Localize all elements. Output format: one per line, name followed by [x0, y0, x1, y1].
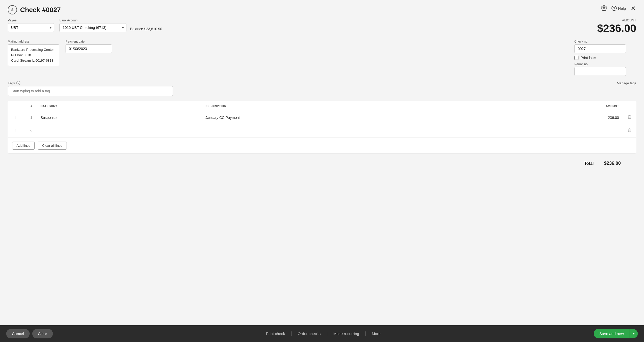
payment-date-group: Payment date [66, 40, 112, 53]
add-lines-button[interactable]: Add lines [12, 142, 35, 150]
mailing-address-line3: Carol Stream IL 60197-6818 [11, 58, 56, 63]
bank-account-group: Bank Account 1010 UBT Checking (6713) ▾ … [59, 19, 162, 32]
page-title: Check #0027 [20, 6, 61, 14]
table-actions: Add lines Clear all lines [8, 138, 636, 153]
settings-icon[interactable] [601, 5, 607, 11]
description-cell-2[interactable] [201, 124, 482, 138]
clear-button[interactable]: Clear [32, 329, 53, 338]
description-value-1: January CC Payment [205, 116, 240, 120]
amount-display: AMOUNT $236.00 [597, 19, 636, 35]
tags-section: Tags ? Manage tags [8, 81, 636, 96]
category-value-1: Suspense [41, 116, 57, 120]
balance-display: Balance $23,810.90 [130, 24, 162, 31]
balance-value: $23,810.90 [144, 27, 162, 31]
permit-no-input[interactable] [574, 67, 626, 76]
payee-select[interactable]: UBT [8, 23, 54, 32]
bank-account-select[interactable]: 1010 UBT Checking (6713) [59, 23, 126, 32]
payment-date-input[interactable] [66, 44, 112, 53]
bank-account-select-wrapper: 1010 UBT Checking (6713) ▾ [59, 23, 126, 32]
check-no-input[interactable] [574, 44, 626, 53]
save-and-new-button[interactable]: Save and new [594, 329, 630, 338]
amount-value: $236.00 [597, 22, 636, 35]
th-drag [8, 101, 21, 111]
bottom-left-actions: Cancel Clear [6, 329, 53, 338]
cancel-button[interactable]: Cancel [6, 329, 30, 338]
category-cell-2[interactable] [36, 124, 201, 138]
order-checks-button[interactable]: Order checks [292, 331, 327, 336]
svg-point-2 [603, 7, 605, 9]
close-button[interactable] [630, 5, 636, 11]
more-button[interactable]: More [366, 331, 387, 336]
payee-select-wrapper: UBT ▾ [8, 23, 54, 32]
clear-all-lines-button[interactable]: Clear all lines [38, 142, 67, 150]
total-label: Total [584, 161, 594, 166]
manage-tags-link[interactable]: Manage tags [617, 81, 636, 85]
drag-handle-2[interactable]: ⠿ [8, 124, 21, 138]
delete-cell-1 [623, 111, 636, 124]
payee-group: Payee UBT ▾ [8, 19, 54, 32]
check-no-label: Check no. [574, 40, 636, 43]
print-later-row: Print later [574, 56, 636, 60]
tags-help-icon[interactable]: ? [16, 81, 20, 85]
table-row: ⠿ 1 Suspense January CC Payment 236.00 [8, 111, 636, 124]
balance-label: Balance [130, 27, 143, 31]
table-row: ⠿ 2 [8, 124, 636, 138]
tags-label: Tags [8, 81, 15, 85]
category-cell-1[interactable]: Suspense [36, 111, 201, 124]
delete-cell-2 [623, 124, 636, 138]
permit-no-group: Permit no. [574, 62, 636, 76]
th-category: CATEGORY [36, 101, 201, 111]
check-no-group: Check no. [574, 40, 636, 53]
delete-row-1-button[interactable] [627, 115, 632, 120]
mailing-address-label: Mailing address [8, 40, 59, 43]
payment-date-label: Payment date [66, 40, 112, 43]
amount-value-1: 236.00 [608, 116, 619, 120]
row-number-2: 2 [21, 124, 36, 138]
check-section: Check no. Print later Permit no. [574, 40, 636, 76]
bank-account-label: Bank Account [59, 19, 162, 22]
mailing-address-group: Mailing address Bankcard Processing Cent… [8, 40, 59, 66]
amount-cell-2[interactable] [482, 124, 623, 138]
print-check-button[interactable]: Print check [260, 331, 291, 336]
amount-cell-1[interactable]: 236.00 [482, 111, 623, 124]
line-items-table-section: # CATEGORY DESCRIPTION AMOUNT ⠿ 1 Suspen… [8, 101, 636, 153]
th-number: # [21, 101, 36, 111]
line-items-table: # CATEGORY DESCRIPTION AMOUNT ⠿ 1 Suspen… [8, 101, 636, 138]
payee-label: Payee [8, 19, 54, 22]
print-later-label: Print later [581, 56, 596, 60]
tags-input[interactable] [8, 86, 173, 96]
bottom-right-actions: Save and new ▾ [594, 329, 638, 338]
save-and-new-dropdown-button[interactable]: ▾ [630, 329, 638, 338]
total-row: Total $236.00 [8, 158, 636, 169]
bottom-center-actions: Print check Order checks Make recurring … [58, 331, 589, 336]
th-description: DESCRIPTION [201, 101, 482, 111]
amount-label: AMOUNT [597, 19, 636, 22]
th-delete [623, 101, 636, 111]
help-button[interactable]: Help [611, 5, 626, 11]
check-icon: $ [8, 5, 17, 14]
delete-row-2-button[interactable] [627, 128, 632, 134]
th-amount: AMOUNT [482, 101, 623, 111]
total-value: $236.00 [604, 161, 621, 166]
svg-text:$: $ [11, 8, 13, 12]
mailing-address-line1: Bankcard Processing Center [11, 47, 56, 53]
drag-handle-1[interactable]: ⠿ [8, 111, 21, 124]
make-recurring-button[interactable]: Make recurring [327, 331, 366, 336]
description-cell-1[interactable]: January CC Payment [201, 111, 482, 124]
row-number-1: 1 [21, 111, 36, 124]
permit-no-label: Permit no. [574, 62, 636, 66]
mailing-address-line2: PO Box 6818 [11, 53, 56, 58]
print-later-checkbox[interactable] [574, 56, 578, 60]
bottom-bar: Cancel Clear Print check Order checks Ma… [0, 325, 644, 342]
mailing-address-box[interactable]: Bankcard Processing Center PO Box 6818 C… [8, 44, 59, 66]
help-label: Help [618, 6, 626, 11]
